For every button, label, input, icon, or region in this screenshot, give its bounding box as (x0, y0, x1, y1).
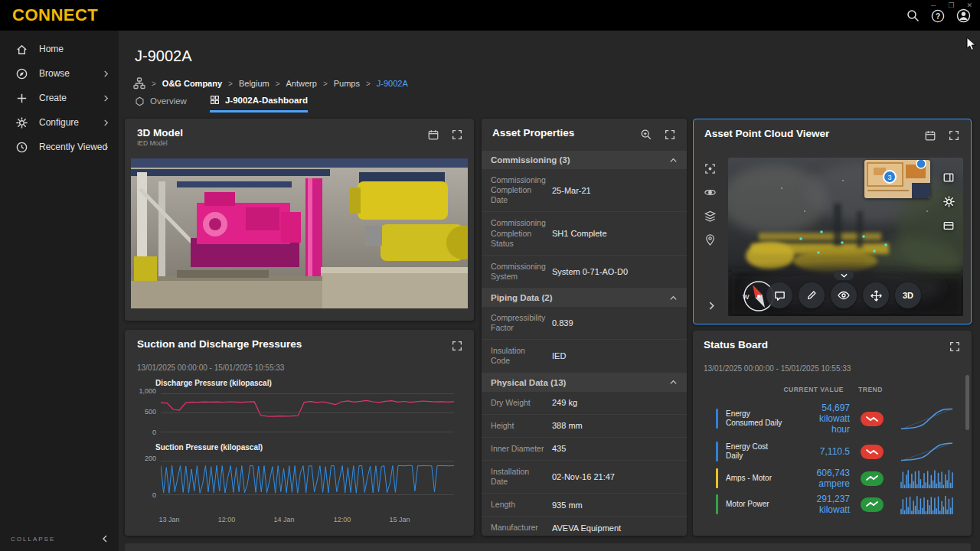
annotate-button[interactable] (799, 282, 825, 308)
eye-icon (837, 289, 851, 302)
series-color-bar (716, 494, 718, 514)
pan-button[interactable] (863, 282, 889, 308)
mouse-cursor (966, 37, 977, 52)
calendar-icon[interactable] (427, 129, 439, 141)
next-panel-edge (125, 543, 971, 551)
section-header-piping-data[interactable]: Piping Data (2) (482, 289, 687, 307)
chevron-left-icon (100, 534, 109, 543)
x-axis-tick: 15 Jan (389, 516, 410, 523)
status-row[interactable]: Energy Cost Daily 7,110.5 (693, 438, 972, 465)
column-header-trend: TREND (854, 386, 887, 393)
trend-badge (861, 497, 884, 512)
property-row: Compressibility Factor 0.839 (482, 307, 687, 340)
search-icon[interactable] (906, 9, 920, 22)
expand-icon[interactable] (948, 129, 960, 142)
plus-icon (15, 92, 28, 105)
status-rows: Energy Consumed Daily 54,697 kilowatt ho… (693, 399, 972, 517)
trend-sparkline (900, 441, 953, 462)
property-row: Dry Weight 249 kg (482, 392, 687, 415)
sidebar-collapse-button[interactable]: COLLAPSE (11, 534, 109, 543)
breadcrumb-item[interactable]: O&G Company (162, 79, 222, 88)
fit-view-icon[interactable] (704, 162, 717, 175)
toolbar-collapse-handle[interactable] (834, 270, 854, 280)
section-header-physical-data[interactable]: Physical Data (13) (482, 373, 687, 392)
calendar-icon[interactable] (924, 129, 936, 142)
panel-asset-properties: Asset Properties Commissioning (3) Commi… (482, 119, 687, 536)
breadcrumb-item[interactable]: Belgium (239, 79, 270, 88)
comment-button[interactable] (766, 282, 792, 308)
connect-dashboard-app: CONNECT ─ ❐ ✕ ? (0, 0, 980, 551)
sidebar-item-recently-viewed[interactable]: Recently Viewed (0, 135, 119, 159)
viewer-button-row: 3D (766, 282, 921, 308)
comment-icon (773, 289, 786, 302)
help-icon[interactable]: ? (931, 9, 945, 23)
sidebar-item-browse[interactable]: Browse (0, 61, 119, 86)
page-title: J-9002A (135, 47, 192, 65)
chart-title: Discharge Pressure (kilopascal) (155, 379, 272, 387)
expand-icon[interactable] (451, 129, 463, 141)
trend-up-icon (864, 474, 880, 483)
status-row[interactable]: Motor Power 291,237 kilowatt (693, 491, 972, 517)
breadcrumb-item-current[interactable]: J-9002A (377, 79, 408, 88)
chevron-right-icon (103, 119, 109, 126)
current-value: 54,697 kilowatt hour (790, 403, 850, 435)
zoom-in-icon[interactable] (640, 129, 652, 141)
current-value: 606,743 ampere (790, 468, 850, 489)
trend-sparkline (900, 468, 953, 489)
connect-logo[interactable]: CONNECT (12, 5, 98, 25)
trend-sparkline (900, 494, 953, 515)
hexagon-icon (135, 96, 145, 106)
status-row[interactable]: Energy Consumed Daily 54,697 kilowatt ho… (693, 399, 972, 438)
series-color-bar (716, 468, 718, 488)
trend-badge (861, 471, 884, 486)
tab-dashboard[interactable]: J-9002A-Dashboard (210, 95, 308, 112)
expand-icon[interactable] (664, 129, 676, 141)
suction-pressure-chart[interactable] (161, 459, 454, 496)
sidebar-item-configure[interactable]: Configure (0, 110, 119, 135)
current-value: 291,237 kilowatt (790, 494, 850, 515)
minimap[interactable]: 3 (864, 160, 930, 198)
series-color-bar (716, 409, 718, 429)
panel-title: Asset Properties (492, 127, 574, 139)
panel-expand-chevron-icon[interactable] (707, 302, 716, 310)
date-range: 13/01/2025 00:00:00 - 15/01/2025 10:55:3… (704, 364, 851, 373)
property-row: Height 388 mm (482, 415, 687, 438)
gear-icon[interactable] (942, 195, 956, 208)
sidebar-item-home[interactable]: Home (0, 37, 119, 61)
breadcrumb-item[interactable]: Antwerp (286, 79, 317, 88)
tab-overview[interactable]: Overview (135, 95, 187, 112)
chevron-up-icon (669, 378, 678, 386)
property-row: Commissioning Completion Date 25-Mar-21 (482, 169, 687, 212)
viewer-side-controls (942, 171, 956, 232)
card-view-icon[interactable] (942, 220, 956, 232)
expand-icon[interactable] (949, 341, 961, 353)
x-axis-tick: 12:00 (334, 516, 351, 523)
scrollbar-thumb[interactable] (965, 375, 969, 430)
chevron-up-icon (669, 294, 678, 302)
panel-toggle-icon[interactable] (942, 171, 956, 184)
property-row: Insulation Code IED (482, 340, 687, 373)
visibility-button[interactable] (831, 282, 857, 308)
status-row[interactable]: Amps - Motor 606,743 ampere (693, 465, 972, 491)
layers-icon[interactable] (704, 210, 717, 223)
discharge-pressure-chart[interactable] (161, 392, 454, 433)
3d-mode-button[interactable]: 3D (895, 282, 921, 308)
panel-subtitle: IED Model (137, 139, 168, 147)
trend-down-icon (864, 414, 880, 423)
panel-title: Status Board (704, 339, 768, 350)
x-axis-tick: 13 Jan (158, 516, 179, 523)
hierarchy-icon[interactable] (133, 77, 145, 90)
orbit-icon[interactable] (704, 186, 717, 199)
current-value: 7,110.5 (790, 446, 850, 457)
location-pin-icon[interactable] (704, 233, 717, 246)
account-icon[interactable] (956, 8, 971, 23)
trend-up-icon (864, 500, 880, 509)
property-row: Length 935 mm (482, 494, 687, 517)
section-header-commissioning[interactable]: Commissioning (3) (482, 151, 687, 169)
breadcrumb-item[interactable]: Pumps (334, 79, 360, 88)
point-cloud-viewport[interactable]: 3 W (728, 158, 963, 316)
expand-icon[interactable] (451, 340, 463, 352)
sidebar-item-create[interactable]: Create (0, 86, 119, 110)
panel-title: Suction and Discharge Pressures (137, 338, 302, 350)
3d-model-render[interactable] (131, 158, 468, 308)
